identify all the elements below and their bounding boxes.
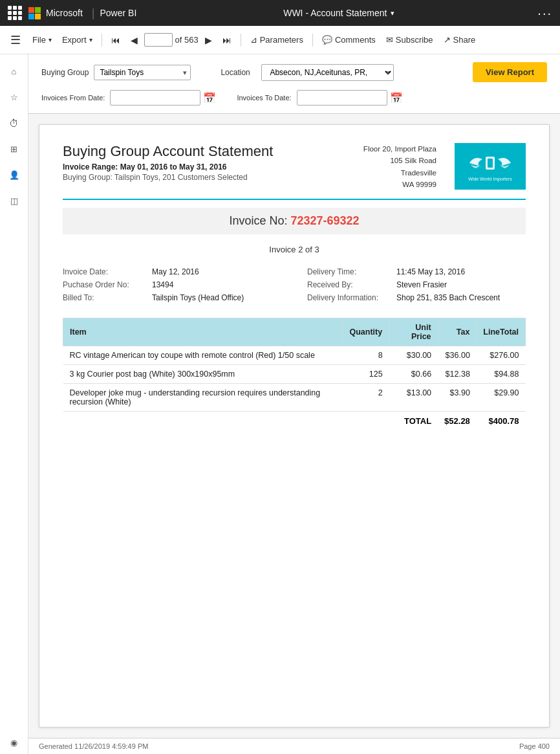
invoice-date-row: Invoice Date: May 12, 2016	[63, 267, 281, 276]
invoices-from-param: Invoices From Date: 5/1/2016 📅	[41, 90, 216, 105]
filter-icon: ⊿	[250, 35, 257, 45]
invoice-table: Item Quantity Unit Price Tax LineTotal R…	[63, 318, 526, 430]
microsoft-logo	[28, 7, 41, 19]
table-row: RC vintage American toy coupe with remot…	[63, 346, 526, 364]
item-unit-price: $13.00	[389, 383, 438, 411]
page-navigation: ⏮ ◀ 400 of 563 ▶ ⏭	[107, 32, 235, 48]
report-main-title: Buying Group Account Statement	[63, 143, 273, 160]
invoice-title: Invoice No: 72327-69322	[69, 214, 519, 228]
received-label: Received By:	[307, 280, 391, 289]
comments-button[interactable]: 💬 Comments	[318, 32, 380, 47]
svg-rect-1	[488, 159, 493, 168]
item-line-total: $29.90	[477, 383, 526, 411]
next-page-button[interactable]: ▶	[201, 32, 216, 48]
page-number: Page 400	[519, 742, 550, 750]
invoices-to-label: Invoices To Date:	[237, 93, 291, 102]
date-from-group: 5/1/2016 📅	[110, 90, 216, 105]
invoice-meta: Invoice Date: May 12, 2016 Delivery Time…	[63, 267, 526, 302]
table-row: 3 kg Courier post bag (White) 300x190x95…	[63, 364, 526, 383]
subscribe-button[interactable]: ✉ Subscribe	[382, 32, 437, 47]
product-name: Power BI	[100, 8, 136, 18]
prev-page-button[interactable]: ◀	[127, 32, 142, 48]
logo-text: Wide World Importers	[466, 176, 515, 182]
page-number-input[interactable]: 400	[144, 33, 173, 47]
chevron-down-icon: ▾	[89, 36, 92, 43]
last-page-button[interactable]: ⏭	[219, 32, 235, 48]
buying-group-label: Buying Group	[41, 68, 89, 77]
parameters-panel: Buying Group Tailspin Toys Location Abse…	[28, 54, 560, 114]
col-item: Item	[63, 318, 343, 346]
share-button[interactable]: ↗ Share	[440, 32, 480, 47]
top-nav: Microsoft | Power BI WWI - Account State…	[0, 0, 560, 26]
app-grid-icon[interactable]	[8, 6, 22, 20]
invoices-to-param: Invoices To Date: 5/31/2016 📅	[237, 90, 402, 105]
item-unit-price: $30.00	[389, 346, 438, 364]
buying-group-line: Buying Group: Tailspin Toys, 201 Custome…	[63, 173, 273, 182]
params-row-2: Invoices From Date: 5/1/2016 📅 Invoices …	[41, 90, 547, 105]
sidebar-item-favorites[interactable]: ☆	[3, 85, 26, 109]
invoices-to-input[interactable]: 5/31/2016	[297, 90, 387, 105]
col-quantity: Quantity	[343, 318, 389, 346]
sidebar-item-shared[interactable]: 👤	[3, 163, 26, 186]
total-line: $400.78	[477, 411, 526, 430]
view-report-button[interactable]: View Report	[473, 62, 547, 82]
item-quantity: 125	[343, 364, 389, 383]
delivery-info-value: Shop 251, 835 Bach Crescent	[396, 293, 500, 302]
item-unit-price: $0.66	[389, 364, 438, 383]
invoice-range-from: May 01, 2016	[120, 162, 167, 172]
item-quantity: 8	[343, 346, 389, 364]
total-tax: $52.28	[438, 411, 477, 430]
report-footer: Generated 11/26/2019 4:59:49 PM Page 400	[28, 738, 560, 754]
item-line-total: $276.00	[477, 346, 526, 364]
calendar-from-icon[interactable]: 📅	[203, 92, 216, 104]
first-page-button[interactable]: ⏮	[107, 32, 124, 48]
item-quantity: 2	[343, 383, 389, 411]
generated-timestamp: Generated 11/26/2019 4:59:49 PM	[39, 742, 148, 750]
item-name: 3 kg Courier post bag (White) 300x190x95…	[63, 364, 343, 383]
item-line-total: $94.88	[477, 364, 526, 383]
table-header-row: Item Quantity Unit Price Tax LineTotal	[63, 318, 526, 346]
chevron-down-icon[interactable]: ▾	[391, 9, 394, 17]
separator	[102, 34, 102, 47]
export-button[interactable]: Export ▾	[58, 32, 96, 47]
invoices-from-label: Invoices From Date:	[41, 93, 105, 102]
item-tax: $3.90	[438, 383, 477, 411]
parameters-button[interactable]: ⊿ Parameters	[246, 32, 307, 47]
buying-group-select-wrapper: Tailspin Toys	[94, 65, 191, 80]
report-title: WWI - Account Statement ▾	[283, 8, 394, 18]
menu-button[interactable]: ☰	[5, 32, 26, 49]
report-page: Buying Group Account Statement Invoice R…	[39, 124, 550, 727]
buying-group-param: Buying Group Tailspin Toys	[41, 65, 191, 80]
total-label: TOTAL	[63, 411, 438, 430]
delivery-time-label: Delivery Time:	[307, 267, 391, 276]
item-name: Developer joke mug - understanding recur…	[63, 383, 343, 411]
item-tax: $36.00	[438, 346, 477, 364]
date-to-group: 5/31/2016 📅	[297, 90, 403, 105]
file-button[interactable]: File ▾	[28, 32, 56, 47]
delivery-info-label: Delivery Information:	[307, 293, 391, 302]
sidebar-item-home[interactable]: ⌂	[3, 60, 26, 83]
invoices-from-input[interactable]: 5/1/2016	[110, 90, 200, 105]
report-area: Buying Group Account Statement Invoice R…	[28, 114, 560, 738]
sidebar-item-apps[interactable]: ⊞	[3, 137, 26, 161]
table-row: Developer joke mug - understanding recur…	[63, 383, 526, 411]
share-icon: ↗	[444, 35, 451, 45]
chevron-down-icon: ▾	[48, 36, 52, 43]
comment-icon: 💬	[322, 35, 332, 45]
more-options-icon[interactable]: ···	[537, 6, 552, 21]
sidebar-item-recents[interactable]: ⏱	[3, 111, 26, 135]
po-row: Puchase Order No: 13494	[63, 280, 281, 289]
buying-group-select[interactable]: Tailspin Toys	[94, 65, 191, 80]
invoice-date-label: Invoice Date:	[63, 267, 147, 276]
sidebar: ⌂ ☆ ⏱ ⊞ 👤 ◫ ◉	[0, 54, 28, 754]
logo-svg	[464, 150, 516, 176]
header-divider	[63, 199, 526, 200]
sidebar-item-workspaces[interactable]: ◫	[3, 189, 26, 212]
calendar-to-icon[interactable]: 📅	[390, 92, 403, 104]
sidebar-item-learn[interactable]: ◉	[3, 731, 26, 754]
delivery-time-value: 11:45 May 13, 2016	[396, 267, 465, 276]
location-select[interactable]: Absecon, NJ,Aceitunas, PR,	[261, 64, 394, 81]
billed-value: Tailspin Toys (Head Office)	[152, 293, 244, 302]
report-header: Buying Group Account Statement Invoice R…	[63, 143, 526, 191]
company-address: Floor 20, Import Plaza 105 Silk Road Tra…	[363, 143, 436, 191]
